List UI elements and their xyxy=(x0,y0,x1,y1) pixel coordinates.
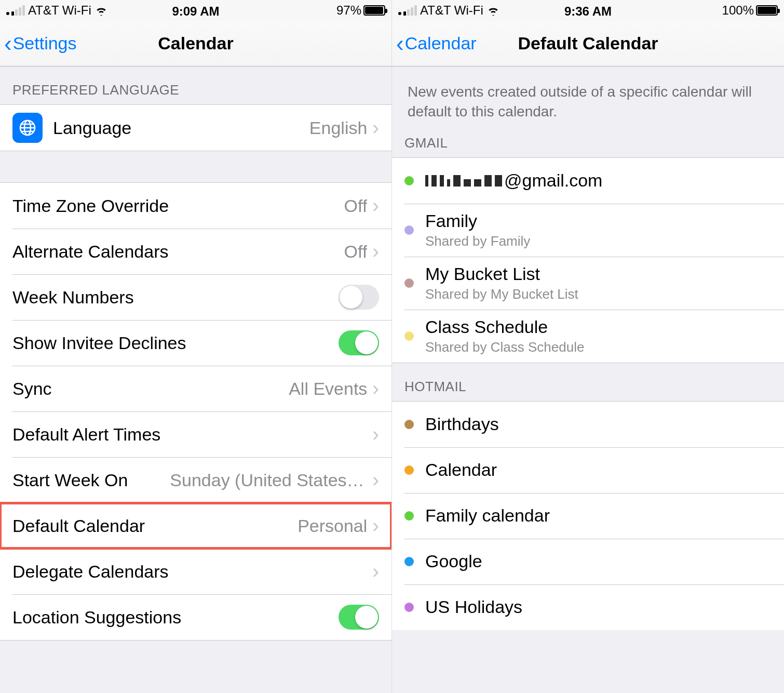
row-time-zone-override[interactable]: Time Zone Override Off › xyxy=(0,183,391,229)
calendar-row[interactable]: Birthdays xyxy=(392,402,784,447)
calendar-row[interactable]: My Bucket ListShared by My Bucket List xyxy=(392,257,784,310)
calendar-title: Family calendar xyxy=(425,505,550,526)
row-alternate-calendars[interactable]: Alternate Calendars Off › xyxy=(0,229,391,274)
chevron-right-icon: › xyxy=(372,423,379,446)
list-hotmail: BirthdaysCalendarFamily calendarGoogleUS… xyxy=(392,401,784,630)
list-language: Language English › xyxy=(0,104,391,151)
section-description: New events created outside of a specific… xyxy=(392,66,784,130)
section-header-hotmail: HOTMAIL xyxy=(392,363,784,401)
calendar-title: US Holidays xyxy=(425,597,522,617)
battery-icon xyxy=(363,5,385,16)
calendar-color-dot xyxy=(404,465,414,475)
calendar-subtitle: Shared by Class Schedule xyxy=(425,339,584,355)
row-label: Language xyxy=(53,118,131,138)
chevron-right-icon: › xyxy=(372,241,379,263)
calendar-color-dot xyxy=(404,420,414,429)
chevron-right-icon: › xyxy=(372,469,379,491)
phone-left-calendar-settings: AT&T Wi-Fi 9:09 AM 97% ‹ Settings Calend… xyxy=(0,0,392,693)
row-start-week-on[interactable]: Start Week On Sunday (United States d… › xyxy=(0,457,391,503)
calendar-title: Google xyxy=(425,551,482,571)
row-default-alert-times[interactable]: Default Alert Times › xyxy=(0,411,391,457)
chevron-right-icon: › xyxy=(372,561,379,583)
status-bar: AT&T Wi-Fi 9:36 AM 100% xyxy=(392,0,784,21)
globe-icon xyxy=(12,113,43,143)
calendar-subtitle: Shared by Family xyxy=(425,233,530,249)
section-header-gmail: GMAIL xyxy=(392,130,784,157)
calendar-color-dot xyxy=(404,511,414,521)
battery-icon xyxy=(756,5,778,16)
calendar-title: @gmail.com xyxy=(425,170,602,191)
calendar-row[interactable]: US Holidays xyxy=(392,584,784,630)
page-title: Default Calendar xyxy=(392,33,784,54)
row-default-calendar[interactable]: Default Calendar Personal › xyxy=(0,503,391,549)
row-show-invitee-declines: Show Invitee Declines xyxy=(0,320,391,366)
phone-right-default-calendar: AT&T Wi-Fi 9:36 AM 100% ‹ Calendar Defau… xyxy=(392,0,784,693)
calendar-color-dot xyxy=(404,331,414,341)
section-header-language: PREFERRED LANGUAGE xyxy=(0,66,391,104)
row-value: English xyxy=(309,118,368,138)
chevron-right-icon: › xyxy=(372,117,379,139)
calendar-title: Class Schedule xyxy=(425,317,584,337)
calendar-title: Calendar xyxy=(425,460,497,480)
list-calendar-settings: Time Zone Override Off › Alternate Calen… xyxy=(0,182,391,641)
calendar-color-dot xyxy=(404,278,414,288)
toggle-week-numbers[interactable] xyxy=(339,285,379,310)
calendar-row[interactable]: Class ScheduleShared by Class Schedule xyxy=(392,310,784,363)
calendar-title: Birthdays xyxy=(425,414,499,434)
status-time: 9:36 AM xyxy=(392,4,784,19)
list-gmail: @gmail.comFamilyShared by FamilyMy Bucke… xyxy=(392,157,784,363)
row-language[interactable]: Language English › xyxy=(0,105,391,151)
calendar-color-dot xyxy=(404,557,414,566)
calendar-row[interactable]: Family calendar xyxy=(392,493,784,539)
calendar-color-dot xyxy=(404,225,414,235)
chevron-right-icon: › xyxy=(372,378,379,400)
toggle-location-suggestions[interactable] xyxy=(339,605,379,630)
calendar-title: Family xyxy=(425,211,530,231)
calendar-title: My Bucket List xyxy=(425,264,578,284)
row-delegate-calendars[interactable]: Delegate Calendars › xyxy=(0,549,391,594)
chevron-right-icon: › xyxy=(372,515,379,537)
status-bar: AT&T Wi-Fi 9:09 AM 97% xyxy=(0,0,391,21)
calendar-row[interactable]: Google xyxy=(392,539,784,584)
row-sync[interactable]: Sync All Events › xyxy=(0,366,391,411)
calendar-row[interactable]: @gmail.com xyxy=(392,158,784,204)
calendar-subtitle: Shared by My Bucket List xyxy=(425,286,578,302)
status-time: 9:09 AM xyxy=(0,4,391,19)
toggle-invitee-declines[interactable] xyxy=(339,330,379,355)
calendar-row[interactable]: Calendar xyxy=(392,447,784,493)
page-title: Calendar xyxy=(0,33,391,54)
calendar-color-dot xyxy=(404,603,414,612)
calendar-row[interactable]: FamilyShared by Family xyxy=(392,204,784,257)
calendar-color-dot xyxy=(404,176,414,185)
nav-bar: ‹ Calendar Default Calendar xyxy=(392,21,784,66)
row-location-suggestions: Location Suggestions xyxy=(0,594,391,640)
chevron-right-icon: › xyxy=(372,195,379,217)
nav-bar: ‹ Settings Calendar xyxy=(0,21,391,66)
row-week-numbers: Week Numbers xyxy=(0,274,391,320)
